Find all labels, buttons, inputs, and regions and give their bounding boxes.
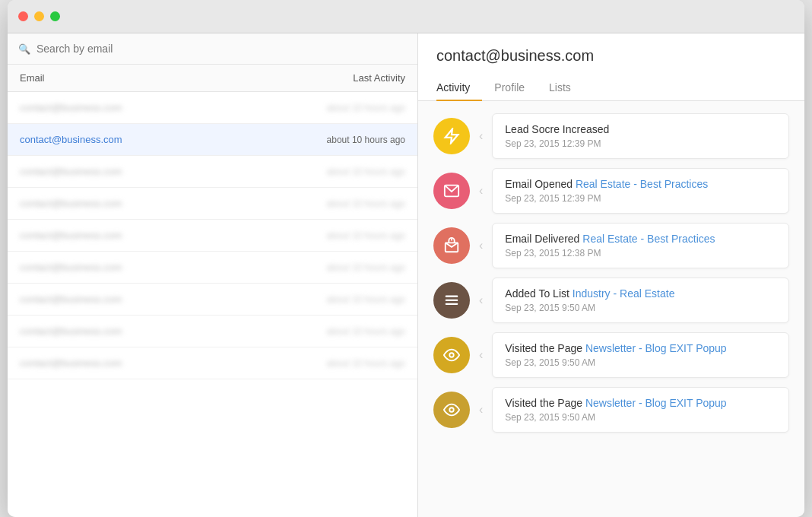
activity-title-link[interactable]: Real Estate - Best Practices bbox=[582, 233, 715, 245]
left-panel: 🔍 Email Last Activity contact@business.c… bbox=[8, 33, 418, 517]
contact-email: contact@business.com bbox=[20, 230, 327, 241]
chevron-icon: ‹ bbox=[479, 129, 483, 143]
svg-point-7 bbox=[449, 353, 454, 357]
activity-title: Added To List Industry - Real Estate bbox=[505, 287, 776, 300]
activity-title-plain: Email Delivered bbox=[505, 233, 582, 245]
tab-bar: ActivityProfileLists bbox=[436, 75, 786, 100]
contact-row[interactable]: contact@business.com about 10 hours ago bbox=[8, 220, 417, 252]
contact-email: contact@business.com bbox=[20, 166, 327, 177]
activity-card: Added To List Industry - Real Estate Sep… bbox=[492, 278, 789, 323]
app-body: 🔍 Email Last Activity contact@business.c… bbox=[8, 33, 804, 517]
activity-time: Sep 23, 2015 9:50 AM bbox=[505, 303, 776, 313]
contact-email: contact@business.com bbox=[20, 325, 327, 337]
contact-email-header: contact@business.com bbox=[436, 47, 786, 65]
contact-row[interactable]: contact@business.com about 10 hours ago bbox=[8, 284, 417, 316]
activity-title-link[interactable]: Newsletter - Blog EXIT Popup bbox=[585, 342, 727, 354]
activity-time: Sep 23, 2015 9:50 AM bbox=[505, 357, 776, 368]
svg-marker-0 bbox=[446, 129, 458, 143]
activity-icon bbox=[433, 392, 470, 428]
titlebar bbox=[8, 0, 804, 33]
contact-email: contact@business.com bbox=[20, 357, 327, 369]
activity-title-plain: Visited the Page bbox=[505, 342, 585, 354]
chevron-icon: ‹ bbox=[479, 403, 483, 417]
tab-lists[interactable]: Lists bbox=[537, 75, 583, 101]
close-button[interactable] bbox=[18, 11, 28, 21]
chevron-icon: ‹ bbox=[479, 184, 483, 198]
maximize-button[interactable] bbox=[50, 11, 60, 21]
email-column-header: Email bbox=[20, 72, 353, 84]
activity-icon bbox=[433, 118, 470, 154]
activity-column-header: Last Activity bbox=[353, 72, 405, 84]
chevron-icon: ‹ bbox=[479, 239, 483, 252]
app-window: 🔍 Email Last Activity contact@business.c… bbox=[8, 0, 804, 517]
activity-title: Lead Socre Increased bbox=[505, 123, 776, 135]
activity-title-link[interactable]: Newsletter - Blog EXIT Popup bbox=[585, 397, 727, 409]
activity-item: ‹ Added To List Industry - Real Estate S… bbox=[433, 278, 789, 323]
activity-title-link[interactable]: Industry - Real Estate bbox=[573, 287, 675, 300]
right-header: contact@business.com ActivityProfileList… bbox=[418, 33, 804, 101]
activity-item: ‹ Visited the Page Newsletter - Blog EXI… bbox=[433, 332, 789, 378]
activity-title-plain: Email Opened bbox=[505, 178, 576, 190]
contact-time: about 10 hours ago bbox=[327, 262, 405, 273]
contact-time: about 10 hours ago bbox=[327, 167, 405, 177]
svg-rect-6 bbox=[446, 303, 458, 305]
contact-time: about 10 hours ago bbox=[327, 326, 405, 337]
contact-email: contact@business.com bbox=[20, 198, 327, 209]
contact-email: contact@business.com bbox=[20, 102, 327, 113]
contact-time: about 10 hours ago bbox=[327, 358, 405, 369]
traffic-lights bbox=[18, 11, 60, 21]
activity-item: ‹ Lead Socre Increased Sep 23, 2015 12:3… bbox=[433, 113, 789, 159]
contact-time: about 10 hours ago bbox=[327, 103, 405, 113]
contact-email: contact@business.com bbox=[20, 293, 327, 305]
minimize-button[interactable] bbox=[34, 11, 44, 21]
contact-row[interactable]: contact@business.com about 10 hours ago bbox=[8, 188, 417, 220]
contact-email: contact@business.com bbox=[20, 262, 327, 273]
activity-title-plain: Lead Socre Increased bbox=[505, 123, 609, 135]
activity-title: Email Delivered Real Estate - Best Pract… bbox=[505, 233, 776, 245]
svg-point-8 bbox=[449, 408, 454, 412]
contact-row[interactable]: contact@business.com about 10 hours ago bbox=[8, 156, 417, 188]
activity-card: Email Opened Real Estate - Best Practice… bbox=[492, 168, 789, 214]
contact-row[interactable]: contact@business.com about 10 hours ago bbox=[8, 92, 417, 124]
contact-time: about 10 hours ago bbox=[327, 230, 405, 241]
activity-title-plain: Visited the Page bbox=[505, 397, 585, 409]
activity-icon bbox=[433, 337, 470, 373]
activity-icon bbox=[433, 173, 470, 209]
tab-activity[interactable]: Activity bbox=[436, 75, 482, 101]
contact-email: contact@business.com bbox=[20, 134, 327, 145]
contact-row[interactable]: contact@business.com about 10 hours ago bbox=[8, 347, 417, 379]
activity-title: Email Opened Real Estate - Best Practice… bbox=[505, 178, 776, 190]
activity-time: Sep 23, 2015 12:39 PM bbox=[505, 138, 776, 149]
activity-title-link[interactable]: Real Estate - Best Practices bbox=[576, 178, 708, 190]
activity-feed: ‹ Lead Socre Increased Sep 23, 2015 12:3… bbox=[418, 101, 804, 517]
search-icon: 🔍 bbox=[18, 43, 30, 55]
contact-time: about 10 hours ago bbox=[327, 135, 405, 145]
right-panel: contact@business.com ActivityProfileList… bbox=[418, 33, 804, 517]
search-bar: 🔍 bbox=[8, 33, 417, 65]
svg-rect-4 bbox=[446, 296, 458, 297]
contact-time: about 10 hours ago bbox=[327, 198, 405, 209]
contact-row[interactable]: contact@business.com about 10 hours ago bbox=[8, 124, 417, 156]
contact-row[interactable]: contact@business.com about 10 hours ago bbox=[8, 252, 417, 284]
activity-card: Visited the Page Newsletter - Blog EXIT … bbox=[492, 332, 789, 378]
activity-icon bbox=[433, 282, 470, 319]
contact-row[interactable]: contact@business.com about 10 hours ago bbox=[8, 316, 417, 347]
activity-item: ‹ Email Opened Real Estate - Best Practi… bbox=[433, 168, 789, 214]
activity-item: ‹ Visited the Page Newsletter - Blog EXI… bbox=[433, 387, 789, 433]
activity-icon bbox=[433, 227, 470, 264]
activity-time: Sep 23, 2015 12:38 PM bbox=[505, 248, 776, 258]
activity-title-plain: Added To List bbox=[505, 287, 572, 300]
activity-time: Sep 23, 2015 12:39 PM bbox=[505, 193, 776, 204]
tab-profile[interactable]: Profile bbox=[482, 75, 537, 101]
activity-item: ‹ Email Delivered Real Estate - Best Pra… bbox=[433, 223, 789, 268]
svg-rect-5 bbox=[446, 300, 458, 301]
chevron-icon: ‹ bbox=[479, 348, 483, 362]
activity-card: Visited the Page Newsletter - Blog EXIT … bbox=[492, 387, 789, 433]
search-input[interactable] bbox=[36, 43, 407, 55]
activity-time: Sep 23, 2015 9:50 AM bbox=[505, 412, 776, 423]
list-header: Email Last Activity bbox=[8, 65, 417, 92]
activity-title: Visited the Page Newsletter - Blog EXIT … bbox=[505, 342, 776, 354]
activity-title: Visited the Page Newsletter - Blog EXIT … bbox=[505, 397, 776, 409]
activity-card: Email Delivered Real Estate - Best Pract… bbox=[492, 223, 789, 268]
activity-card: Lead Socre Increased Sep 23, 2015 12:39 … bbox=[492, 113, 789, 159]
